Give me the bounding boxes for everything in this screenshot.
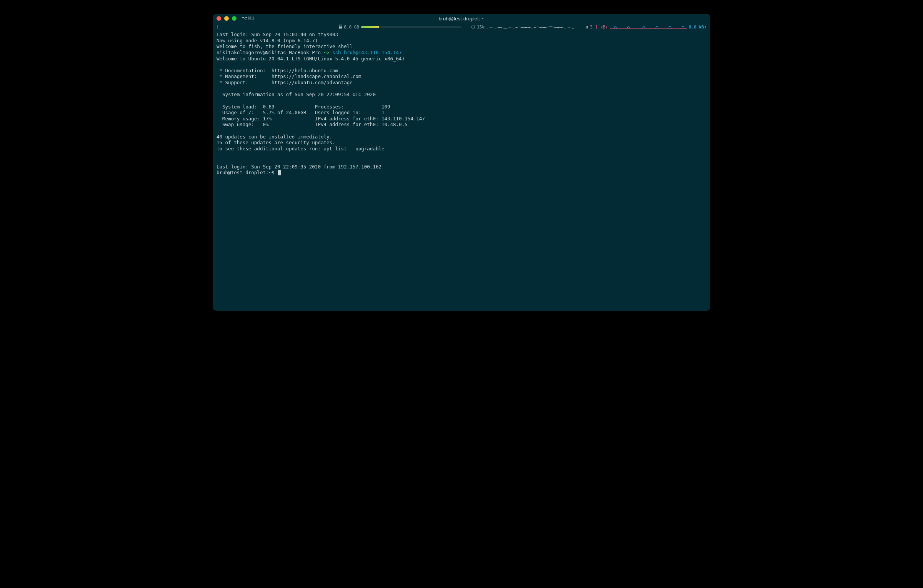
terminal-line: System information as of Sun Sep 20 22:0… xyxy=(217,92,376,97)
status-bar: ᚶ ⌸ 8.0 GB ⎔ 15% ⇵ 3.1 kB↓ xyxy=(213,23,710,31)
remote-prompt-dollar: $ xyxy=(272,170,277,175)
terminal-line: * Management: https://landscape.canonica… xyxy=(217,73,361,79)
terminal-line: Now using node v14.8.0 (npm 6.14.7) xyxy=(217,38,318,43)
prompt-argument: bruh@143.110.154.147 xyxy=(344,50,402,55)
network-segment: ⇵ 3.1 kB↓ 0.0 kB↑ xyxy=(585,24,706,30)
remote-prompt-host: bruh@test-droplet: xyxy=(217,170,268,175)
net-sparkline xyxy=(610,24,687,30)
local-prompt-line: nikitakolmogorov@Nikitas-MacBook-Pro ~> … xyxy=(217,50,402,55)
traffic-lights xyxy=(217,16,237,21)
terminal-line: Last login: Sun Sep 20 22:09:35 2020 fro… xyxy=(217,164,382,170)
terminal-line: Welcome to fish, the friendly interactiv… xyxy=(217,43,353,49)
memory-bar-fill xyxy=(361,26,379,28)
cursor xyxy=(278,170,281,175)
terminal-line: Memory usage: 17% IPv4 address for eth0:… xyxy=(217,116,425,122)
window-title: bruh@test-droplet: ~ xyxy=(213,16,710,22)
remote-prompt-line: bruh@test-droplet:~$ xyxy=(217,170,281,175)
terminal-line: To see these additional updates run: apt… xyxy=(217,146,385,152)
minimize-button[interactable] xyxy=(224,16,229,21)
terminal-line: 40 updates can be installed immediately. xyxy=(217,134,332,140)
terminal-line: System load: 0.63 Processes: 109 xyxy=(217,104,390,110)
terminal-line: Usage of /: 5.7% of 24.06GB Users logged… xyxy=(217,110,385,115)
terminal-line: * Documentation: https://help.ubuntu.com xyxy=(217,68,338,73)
titlebar: ⌥⌘1 bruh@test-droplet: ~ xyxy=(213,14,710,23)
terminal-line: Last login: Sun Sep 20 15:03:40 on ttys0… xyxy=(217,32,338,37)
memory-value: 8.0 GB xyxy=(344,25,359,30)
prompt-host: nikitakolmogorov@Nikitas-MacBook-Pro xyxy=(217,50,321,55)
terminal-output[interactable]: Last login: Sun Sep 20 15:03:40 on ttys0… xyxy=(213,31,710,311)
terminal-line: 15 of these updates are security updates… xyxy=(217,140,335,145)
net-down-value: 3.1 kB↓ xyxy=(590,25,608,30)
git-branch-icon: ᚶ xyxy=(217,25,219,30)
terminal-line: Swap usage: 0% IPv4 address for eth0: 10… xyxy=(217,122,408,127)
terminal-window: ⌥⌘1 bruh@test-droplet: ~ ᚶ ⌸ 8.0 GB ⎔ 15… xyxy=(213,14,710,311)
close-button[interactable] xyxy=(217,16,221,21)
net-up-value: 0.0 kB↑ xyxy=(689,25,706,30)
terminal-line: * Support: https://ubuntu.com/advantage xyxy=(217,80,353,85)
cpu-sparkline xyxy=(486,24,575,30)
prompt-command: ssh xyxy=(332,50,344,55)
cpu-icon: ⎔ xyxy=(471,24,475,30)
network-icon: ⇵ xyxy=(585,24,588,30)
remote-prompt-tilde: ~ xyxy=(268,170,272,175)
memory-icon: ⌸ xyxy=(339,24,342,30)
cpu-segment: ⎔ 15% xyxy=(471,24,575,30)
tab-shortcut-label: ⌥⌘1 xyxy=(242,16,255,21)
terminal-line: Welcome to Ubuntu 20.04.1 LTS (GNU/Linux… xyxy=(217,56,405,62)
prompt-tilde: ~> xyxy=(321,50,332,55)
memory-segment: ⌸ 8.0 GB xyxy=(339,24,461,30)
memory-bar xyxy=(361,26,461,28)
cpu-value: 15% xyxy=(477,25,485,30)
zoom-button[interactable] xyxy=(232,16,237,21)
